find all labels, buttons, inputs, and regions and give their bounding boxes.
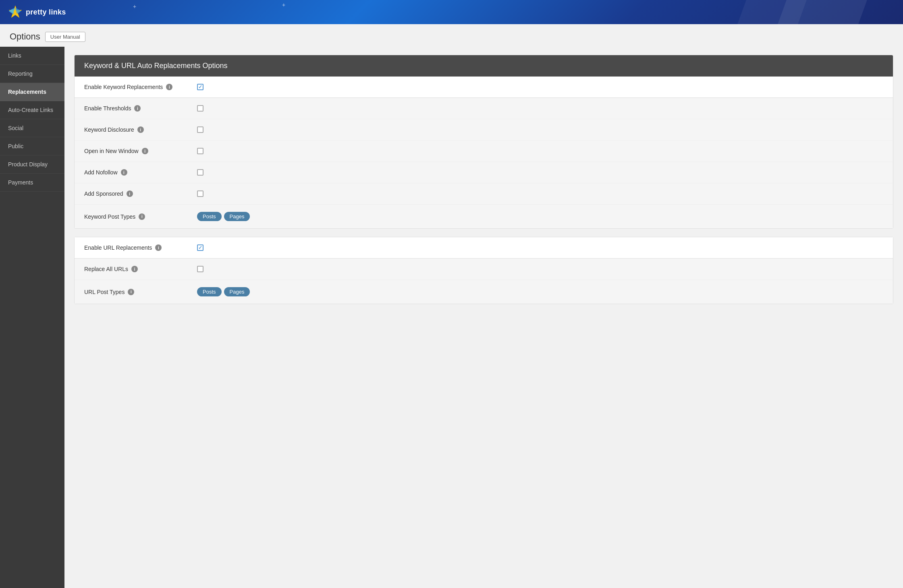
page-wrapper: Options User Manual Links Reporting Repl…	[0, 24, 903, 588]
keyword-disclosure-checkbox[interactable]	[197, 126, 203, 133]
open-new-window-info[interactable]: i	[142, 148, 148, 154]
main-content: Keyword & URL Auto Replacements Options …	[64, 47, 903, 588]
add-nofollow-label: Add Nofollow i	[84, 169, 197, 176]
keyword-post-type-posts[interactable]: Posts	[197, 212, 222, 221]
add-nofollow-checkbox-cell	[197, 169, 203, 176]
enable-thresholds-checkbox-cell	[197, 105, 203, 112]
option-row-keyword-post-types: Keyword Post Types i Posts Pages	[75, 205, 893, 228]
option-row-keyword-disclosure: Keyword Disclosure i	[75, 119, 893, 141]
url-post-types-label: URL Post Types i	[84, 289, 197, 295]
keyword-disclosure-label: Keyword Disclosure i	[84, 126, 197, 133]
keyword-post-types-info[interactable]: i	[139, 213, 145, 220]
sidebar-item-auto-create[interactable]: Auto-Create Links	[0, 101, 64, 119]
option-row-enable-thresholds: Enable Thresholds i	[75, 98, 893, 119]
option-row-add-nofollow: Add Nofollow i	[75, 162, 893, 183]
sidebar-item-product-display[interactable]: Product Display	[0, 155, 64, 174]
option-row-open-new-window: Open in New Window i	[75, 141, 893, 162]
sidebar-item-links[interactable]: Links	[0, 47, 64, 65]
sidebar-item-replacements[interactable]: Replacements	[0, 83, 64, 101]
enable-keyword-replacements-checkbox-cell	[197, 84, 203, 90]
enable-url-replacements-label: Enable URL Replacements i	[84, 244, 197, 251]
option-row-replace-all-urls: Replace All URLs i	[75, 259, 893, 280]
keyword-section-title: Keyword & URL Auto Replacements Options	[75, 55, 893, 77]
enable-url-replacements-checkbox-cell	[197, 244, 203, 251]
add-sponsored-info[interactable]: i	[127, 190, 133, 197]
keyword-disclosure-info[interactable]: i	[137, 126, 144, 133]
replace-all-urls-checkbox-cell	[197, 266, 203, 272]
url-post-types-info[interactable]: i	[128, 289, 134, 295]
logo-icon	[8, 5, 23, 19]
enable-keyword-replacements-checkbox[interactable]	[197, 84, 203, 90]
enable-keyword-replacements-label: Enable Keyword Replacements i	[84, 84, 197, 90]
enable-url-replacements-info[interactable]: i	[155, 244, 162, 251]
open-new-window-checkbox[interactable]	[197, 148, 203, 154]
url-post-types-tags: Posts Pages	[197, 287, 250, 296]
keyword-post-types-label: Keyword Post Types i	[84, 213, 197, 220]
add-nofollow-checkbox[interactable]	[197, 169, 203, 176]
option-row-url-post-types: URL Post Types i Posts Pages	[75, 280, 893, 304]
open-new-window-checkbox-cell	[197, 148, 203, 154]
add-sponsored-checkbox[interactable]	[197, 190, 203, 197]
keyword-post-types-tags: Posts Pages	[197, 212, 250, 221]
keyword-disclosure-checkbox-cell	[197, 126, 203, 133]
logo: pretty links	[8, 5, 66, 19]
url-section-card: Enable URL Replacements i Replace All UR…	[74, 237, 893, 304]
url-post-type-pages[interactable]: Pages	[224, 287, 250, 296]
add-sponsored-label: Add Sponsored i	[84, 190, 197, 197]
sidebar-item-reporting[interactable]: Reporting	[0, 65, 64, 83]
logo-text: pretty links	[26, 8, 66, 17]
url-post-type-posts[interactable]: Posts	[197, 287, 222, 296]
star-decoration-2: +	[282, 2, 285, 8]
replace-all-urls-label: Replace All URLs i	[84, 266, 197, 272]
enable-thresholds-checkbox[interactable]	[197, 105, 203, 112]
keyword-sub-section: Enable Thresholds i Keyword Disclosure i	[75, 98, 893, 228]
sidebar-item-social[interactable]: Social	[0, 119, 64, 137]
option-row-add-sponsored: Add Sponsored i	[75, 183, 893, 205]
add-nofollow-info[interactable]: i	[121, 169, 127, 176]
enable-thresholds-info[interactable]: i	[134, 105, 141, 112]
open-new-window-label: Open in New Window i	[84, 148, 197, 154]
url-sub-section: Replace All URLs i URL Post Types i	[75, 259, 893, 304]
enable-url-replacements-checkbox[interactable]	[197, 244, 203, 251]
replace-all-urls-checkbox[interactable]	[197, 266, 203, 272]
app-header: + + pretty links	[0, 0, 903, 24]
content-area: Links Reporting Replacements Auto-Create…	[0, 47, 903, 588]
option-row-enable-url-replacements: Enable URL Replacements i	[75, 237, 893, 259]
keyword-section-card: Keyword & URL Auto Replacements Options …	[74, 55, 893, 229]
keyword-post-type-pages[interactable]: Pages	[224, 212, 250, 221]
option-row-enable-keyword-replacements: Enable Keyword Replacements i	[75, 77, 893, 98]
star-decoration-1: +	[133, 3, 136, 10]
replace-all-urls-info[interactable]: i	[131, 266, 138, 272]
enable-thresholds-label: Enable Thresholds i	[84, 105, 197, 112]
enable-keyword-replacements-info[interactable]: i	[166, 84, 172, 90]
sidebar: Links Reporting Replacements Auto-Create…	[0, 47, 64, 588]
page-title: Options	[10, 31, 40, 42]
page-header: Options User Manual	[0, 24, 903, 47]
sidebar-item-public[interactable]: Public	[0, 137, 64, 155]
sidebar-item-payments[interactable]: Payments	[0, 174, 64, 192]
user-manual-button[interactable]: User Manual	[45, 32, 85, 42]
add-sponsored-checkbox-cell	[197, 190, 203, 197]
